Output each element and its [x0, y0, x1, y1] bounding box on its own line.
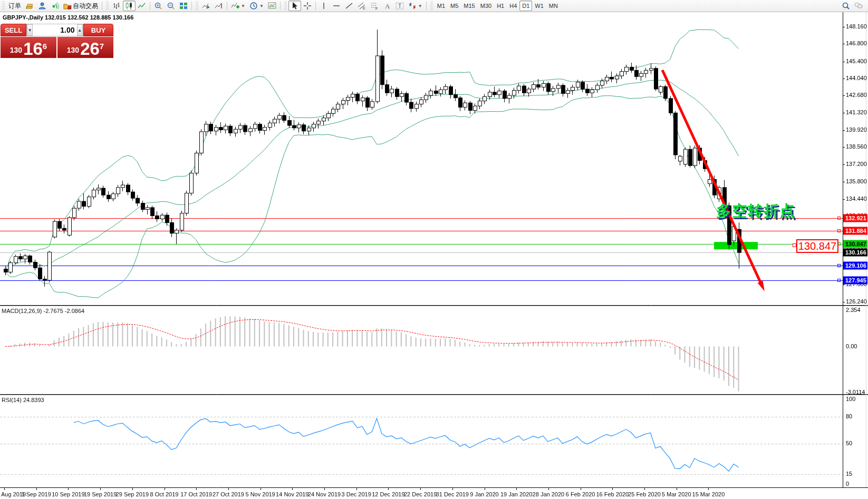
signal-icon [51, 2, 59, 10]
buy-price-sup: 7 [100, 36, 104, 57]
toolbar-grip [430, 2, 433, 10]
tf-d1-button[interactable]: D1 [519, 1, 532, 11]
one-click-trading-panel: SELL ▼ ▲ BUY 130166 130267 [1, 24, 113, 58]
toolbar-separator [102, 2, 102, 10]
toolbar-separator [227, 2, 227, 10]
arrows-icon [408, 2, 417, 10]
volume-decrease-button[interactable]: ▼ [27, 24, 33, 36]
cursor-button[interactable] [288, 1, 301, 11]
text-label-button[interactable]: T [393, 1, 406, 11]
clock-icon [249, 2, 258, 10]
toolbar-grip [284, 2, 287, 10]
cursor-icon [291, 2, 299, 10]
toolbar-separator [426, 2, 427, 10]
autotrading-label: 自动交易 [73, 2, 98, 11]
text-label-icon: T [396, 2, 404, 10]
vertical-line-button[interactable] [317, 1, 330, 11]
line-chart-button[interactable] [136, 1, 148, 11]
tf-w1-button[interactable]: W1 [532, 1, 546, 11]
template-icon [268, 2, 276, 10]
volume-input[interactable] [33, 25, 76, 35]
mt4-window: 订单 自动交易 ▼ ▼ E F A T ▼ M1 [0, 0, 868, 499]
tf-h1-button[interactable]: H1 [494, 1, 507, 11]
buy-price-display[interactable]: 130267 [57, 37, 113, 58]
search-icon [842, 2, 850, 10]
macd-indicator-label: MACD(12,26,9) -2.7675 -2.0864 [2, 308, 84, 314]
templates-button[interactable] [266, 1, 278, 11]
tf-mn-button[interactable]: MN [546, 1, 561, 11]
sell-price-prefix: 130 [10, 43, 22, 57]
buy-price-big: 26 [80, 41, 100, 57]
toolbar-separator [150, 2, 150, 10]
indicators-button[interactable]: ▼ [229, 1, 247, 11]
chart-shift-button[interactable] [213, 1, 225, 11]
vertical-line-icon [320, 2, 328, 10]
trendline-icon [345, 2, 353, 10]
sell-price-sup: 6 [43, 36, 47, 57]
periods-button[interactable]: ▼ [247, 1, 266, 11]
chevron-down-icon: ▼ [418, 4, 422, 8]
price-callout-label: 130.847 [796, 239, 838, 253]
svg-text:E: E [363, 6, 365, 10]
bar-chart-icon [112, 2, 121, 10]
candlestick-icon [125, 2, 133, 10]
fibonacci-button[interactable]: F [368, 1, 381, 11]
candlestick-chart-button[interactable] [123, 1, 136, 11]
turning-point-annotation: 多空转折点 [716, 201, 795, 222]
add-indicator-icon [231, 2, 239, 10]
arrows-button[interactable]: ▼ [406, 1, 425, 11]
tile-windows-button[interactable] [177, 1, 190, 11]
tf-m30-button[interactable]: M30 [478, 1, 494, 11]
buy-price-prefix: 130 [67, 43, 79, 57]
signals-button[interactable] [49, 1, 61, 11]
text-button[interactable]: A [381, 1, 393, 11]
bar-chart-button[interactable] [110, 1, 123, 11]
toolbar-grip [196, 2, 198, 10]
search-button[interactable] [840, 1, 852, 11]
chat-icon [854, 2, 863, 10]
toolbar-grip [106, 2, 109, 10]
tf-m15-button[interactable]: M15 [461, 1, 477, 11]
chevron-down-icon: ▼ [259, 4, 264, 8]
sell-price-big: 16 [23, 41, 43, 57]
buy-button[interactable]: BUY [83, 24, 113, 36]
trendline-button[interactable] [343, 1, 355, 11]
equidistant-channel-button[interactable]: E [355, 1, 368, 11]
gold-bars-icon [25, 2, 34, 10]
horizontal-line-button[interactable] [330, 1, 343, 11]
svg-text:T: T [398, 3, 401, 9]
chat-button[interactable] [852, 1, 865, 11]
charts-button[interactable] [23, 1, 36, 11]
toolbar-grip [2, 2, 5, 10]
chart-canvas[interactable] [0, 0, 868, 499]
tf-m5-button[interactable]: M5 [448, 1, 461, 11]
channel-icon: E [358, 2, 366, 10]
sell-button[interactable]: SELL [1, 24, 26, 36]
toolbar-separator [315, 2, 316, 10]
zoom-in-button[interactable] [152, 1, 165, 11]
zoom-in-icon [154, 2, 162, 10]
line-chart-icon [138, 2, 146, 10]
tf-m1-button[interactable]: M1 [435, 1, 448, 11]
autotrading-icon [63, 2, 72, 10]
auto-scroll-icon [202, 2, 210, 10]
auto-scroll-button[interactable] [200, 1, 213, 11]
toolbar: 订单 自动交易 ▼ ▼ E F A T ▼ M1 [0, 0, 868, 12]
chart-shift-icon [215, 2, 223, 10]
autotrading-button[interactable]: 自动交易 [61, 1, 100, 11]
tf-h4-button[interactable]: H4 [507, 1, 519, 11]
svg-text:A: A [385, 2, 390, 10]
chart-title: GBPJPY-,Daily 132.015 132.562 128.885 13… [3, 14, 133, 21]
chevron-down-icon: ▼ [241, 4, 245, 8]
volume-increase-button[interactable]: ▲ [77, 24, 83, 36]
sell-price-display[interactable]: 130166 [1, 37, 56, 58]
crosshair-button[interactable] [301, 1, 314, 11]
tile-windows-icon [179, 2, 188, 10]
horizontal-line-icon [332, 2, 341, 10]
svg-text:F: F [375, 7, 378, 10]
zoom-out-button[interactable] [165, 1, 177, 11]
new-order-button[interactable]: 订单 [6, 1, 23, 11]
community-button[interactable] [36, 1, 49, 11]
fibonacci-icon: F [370, 2, 379, 10]
volume-box: ▼ ▲ [26, 24, 83, 36]
